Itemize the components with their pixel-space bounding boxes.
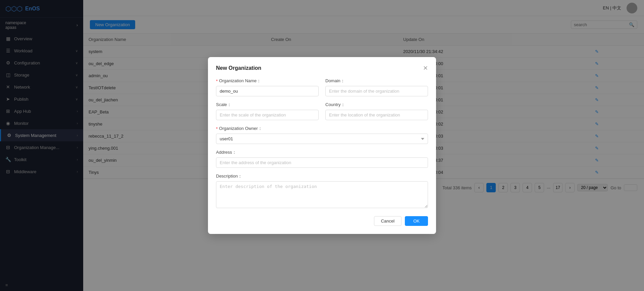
modal-overlay: New Organization ✕ * Organization Name： … <box>0 0 644 291</box>
country-label: Country： <box>325 102 428 108</box>
form-row-1: * Organization Name： Domain： <box>216 78 428 96</box>
form-group-address: Address： <box>216 149 428 168</box>
modal-footer: Cancel OK <box>216 216 428 226</box>
org-owner-label: * Organization Owner： <box>216 126 428 132</box>
form-row-4: Address： <box>216 149 428 168</box>
org-name-label: * Organization Name： <box>216 78 319 84</box>
address-input[interactable] <box>216 157 428 168</box>
new-organization-modal: New Organization ✕ * Organization Name： … <box>208 57 436 234</box>
modal-header: New Organization ✕ <box>216 65 428 71</box>
form-row-5: Description： <box>216 173 428 208</box>
scale-input[interactable] <box>216 110 319 120</box>
form-group-scale: Scale： <box>216 102 319 120</box>
domain-input[interactable] <box>325 86 428 96</box>
required-indicator: * <box>216 126 218 131</box>
scale-label: Scale： <box>216 102 319 108</box>
form-group-country: Country： <box>325 102 428 120</box>
form-group-description: Description： <box>216 173 428 208</box>
form-group-org-name: * Organization Name： <box>216 78 319 96</box>
description-label: Description： <box>216 173 428 179</box>
address-label: Address： <box>216 149 428 155</box>
modal-body: * Organization Name： Domain： Scale： Cou <box>216 78 428 208</box>
description-textarea[interactable] <box>216 181 428 208</box>
cancel-button[interactable]: Cancel <box>374 216 401 226</box>
org-name-input[interactable] <box>216 86 319 96</box>
required-indicator: * <box>216 79 218 84</box>
country-input[interactable] <box>325 110 428 120</box>
modal-title: New Organization <box>216 65 261 71</box>
form-row-2: Scale： Country： <box>216 102 428 120</box>
form-row-3: * Organization Owner： user01 user02 <box>216 126 428 144</box>
ok-button[interactable]: OK <box>405 216 428 226</box>
form-group-org-owner: * Organization Owner： user01 user02 <box>216 126 428 144</box>
form-group-domain: Domain： <box>325 78 428 96</box>
domain-label: Domain： <box>325 78 428 84</box>
org-owner-select[interactable]: user01 user02 <box>216 134 428 144</box>
modal-close-button[interactable]: ✕ <box>423 65 428 71</box>
